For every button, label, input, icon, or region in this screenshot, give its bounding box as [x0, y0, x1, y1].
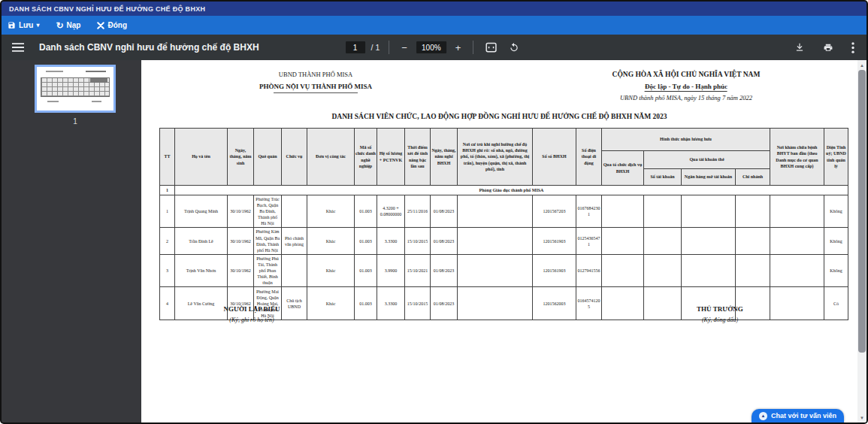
viewer-body: 1 UBND THÀNH PHỐ MISA PHÒNG NỘI VỤ THÀNH…: [2, 60, 866, 422]
table-cell: 1201562003: [533, 287, 576, 320]
toolbar-divider: [389, 41, 389, 54]
app-window: DANH SÁCH CBNV NGHỈ HƯU ĐỂ HƯỞNG CHẾ ĐỘ …: [0, 0, 868, 424]
col-header-account-number: Số tài khoản: [644, 169, 682, 186]
col-header-position: Chức vụ: [282, 129, 307, 186]
table-cell: [644, 254, 682, 286]
chat-button-label: Chat với tư vấn viên: [771, 412, 836, 419]
chat-support-button[interactable]: ▲ Chat với tư vấn viên: [752, 409, 844, 422]
document-date-line: UBND thành phố MISA, ngày 15 tháng 7 năm…: [612, 94, 761, 101]
table-cell: 3: [160, 254, 175, 286]
save-icon: [8, 21, 16, 29]
table-row: 3 Trịnh Văn Nhơn 30/10/1962 Phường Phú T…: [160, 254, 848, 286]
retirement-table: TT Họ và tên Ngày, tháng, năm sinh Quê q…: [159, 128, 848, 320]
thumbnail-header-right: [86, 71, 106, 72]
col-header-residence: Nơi cư trú khi nghỉ hưởng chế độ BHXH gh…: [458, 129, 533, 186]
table-cell: 30/10/1962: [228, 254, 254, 286]
menu-icon[interactable]: [11, 41, 26, 54]
org-name: PHÒNG NỘI VỤ THÀNH PHỐ MISA: [259, 83, 372, 90]
save-button[interactable]: Lưu ▾: [8, 21, 39, 29]
table-cell: 01/08/2023: [431, 287, 458, 320]
page-thumbnail[interactable]: [35, 65, 116, 113]
issuing-org-block: UBND THÀNH PHỐ MISA PHÒNG NỘI VỤ THÀNH P…: [259, 71, 372, 93]
col-header-tt: TT: [160, 129, 175, 186]
col-header-mobile: Số điện thoại di động: [576, 129, 602, 186]
table-cell: 0127941556: [576, 254, 602, 286]
reload-button[interactable]: ↻ Nạp: [56, 20, 80, 31]
document-viewport: UBND THÀNH PHỐ MISA PHÒNG NỘI VỤ THÀNH P…: [141, 60, 857, 422]
table-cell: 01.003: [355, 195, 377, 228]
zoom-out-button[interactable]: −: [398, 41, 410, 55]
table-cell: [736, 195, 770, 228]
zoom-in-button[interactable]: +: [452, 41, 464, 55]
col-header-job-code: Mã số chức danh nghề nghiệp: [355, 129, 377, 186]
reload-button-label: Nạp: [67, 21, 81, 29]
scrollbar-thumb[interactable]: [858, 70, 866, 353]
scroll-down-icon[interactable]: ▼: [857, 413, 866, 422]
table-cell: 01254365471: [576, 228, 602, 254]
table-cell: Khác: [307, 195, 355, 228]
thumbnail-header-left: [46, 71, 62, 72]
signature-note: (Ký, ghi rõ họ tên): [223, 316, 280, 323]
table-cell: 1: [160, 195, 175, 228]
signature-title: THỦ TRƯỞNG: [697, 305, 743, 313]
more-options-icon[interactable]: [848, 41, 857, 55]
thumbnail-page-number: 1: [35, 117, 116, 126]
print-icon[interactable]: [820, 41, 836, 54]
col-header-via-card-group: Qua tài khoản thẻ: [644, 151, 770, 169]
table-cell: [282, 254, 307, 286]
chevron-down-icon: ▾: [36, 22, 39, 29]
col-header-retire-date: Ngày, tháng, năm nghỉ BHXH: [431, 129, 458, 186]
close-icon: [97, 22, 104, 29]
table-cell: [644, 287, 682, 320]
table-cell: Lê Văn Cường: [175, 287, 228, 320]
table-cell: 1201561903: [533, 254, 576, 286]
vertical-scrollbar[interactable]: ▲ ▼: [857, 60, 866, 422]
thumbnail-sidebar: 1: [2, 60, 141, 422]
page-number-input[interactable]: [346, 41, 365, 53]
org-parent-name: UBND THÀNH PHỐ MISA: [259, 71, 372, 78]
table-cell: 15/10/2015: [405, 287, 431, 320]
close-button[interactable]: Đóng: [97, 21, 127, 29]
table-cell: Trần Đình Lê: [175, 228, 228, 254]
group-row: 1 Phòng Giáo dục thành phố MISA: [160, 186, 848, 195]
signature-note: (Ký, đóng dấu): [697, 316, 743, 323]
table-cell: Phường Phú Tài, Thành phố Phan Thiết, Bì…: [254, 254, 282, 286]
org-underline: [274, 92, 358, 93]
table-cell: [682, 254, 736, 286]
col-header-bank: Ngân hàng mở tài khoản: [682, 169, 736, 186]
col-header-clinic: Nơi khám chữa bệnh BHYT ban đầu (theo Da…: [770, 129, 824, 186]
table-cell: [770, 254, 824, 286]
table-cell: 01/08/2023: [431, 195, 458, 228]
col-header-branch: Chi nhánh: [736, 169, 770, 186]
col-header-raise-review: Thời điểm xét để tính nâng bậc lần sau: [405, 129, 431, 186]
table-cell: [644, 195, 682, 228]
table-cell: 01.003: [355, 254, 377, 286]
download-icon[interactable]: [791, 41, 808, 54]
table-cell: Không: [824, 195, 848, 228]
col-header-dob: Ngày, tháng, năm sinh: [228, 129, 254, 186]
table-cell: 3.3300: [377, 287, 405, 320]
zoom-level-input[interactable]: [416, 41, 446, 53]
table-cell: 15/10/2015: [405, 228, 431, 254]
table-cell: 2: [160, 228, 175, 254]
group-index: 1: [160, 186, 175, 195]
chat-arrow-icon: ▲: [759, 412, 767, 420]
col-header-payment-group: Hình thức nhận lương hưu: [602, 129, 770, 151]
table-cell: 1201567203: [533, 195, 576, 228]
thumbnail-table-block: [90, 78, 107, 83]
rotate-icon[interactable]: [506, 41, 522, 54]
window-title: DANH SÁCH CBNV NGHỈ HƯU ĐỂ HƯỞNG CHẾ ĐỘ …: [9, 5, 205, 13]
table-cell: 3.3300: [377, 228, 405, 254]
table-cell: 1201561903: [533, 228, 576, 254]
page-count-label: / 1: [371, 43, 380, 52]
table-cell: [736, 228, 770, 254]
scroll-up-icon[interactable]: ▲: [857, 60, 866, 70]
table-cell: Trịnh Quang Minh: [175, 195, 228, 228]
table-cell: Phường Trúc Bạch, Quận Ba Đình, Thành ph…: [254, 195, 282, 228]
fit-page-icon[interactable]: [482, 41, 500, 54]
table-cell: Phó chánh văn phòng: [282, 228, 307, 254]
table-cell: 25/11/2016: [405, 195, 431, 228]
table-cell: [282, 195, 307, 228]
signature-block-director: THỦ TRƯỞNG (Ký, đóng dấu): [697, 305, 743, 323]
table-row: 2 Trần Đình Lê 30/10/1962 Phường Kim Mã,…: [160, 228, 848, 254]
